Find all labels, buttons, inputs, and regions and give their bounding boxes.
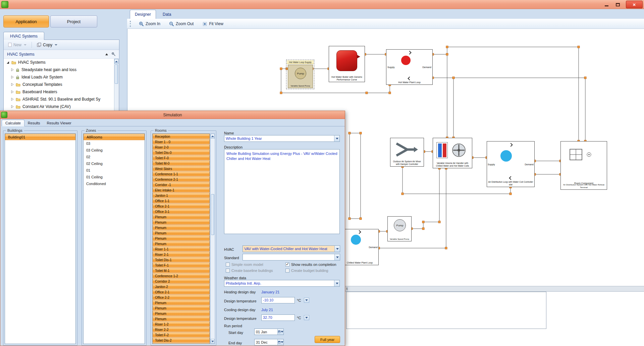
tree-item[interactable]: Conceptual Templates [4, 81, 114, 88]
list-item[interactable]: 01 [84, 167, 145, 174]
window-titlebar[interactable]: × [0, 0, 644, 9]
simple-room-model-checkbox[interactable]: Simple room model [226, 263, 263, 267]
list-item[interactable]: Office 3-1 [153, 209, 210, 214]
list-item[interactable]: Plenum [153, 241, 210, 246]
copy-button[interactable]: Copy [35, 42, 59, 48]
new-dropdown-icon[interactable] [24, 44, 26, 46]
maximize-button[interactable] [613, 2, 623, 7]
description-field[interactable]: Whole Building Simulation using Energy P… [224, 149, 340, 234]
list-item[interactable]: Riser 2-0 [153, 145, 210, 150]
full-year-button[interactable]: Full year [315, 336, 340, 343]
list-item[interactable]: Riser 2-2 [153, 327, 210, 332]
component-supply-pump[interactable]: Hot Water Loop Supply Pump Pump Variable… [286, 60, 314, 89]
chevron-down-icon[interactable] [334, 135, 339, 141]
list-item[interactable]: Office 2-1 [153, 289, 210, 294]
list-item[interactable]: Conditioned [84, 181, 145, 187]
fit-view-button[interactable]: Fit View [201, 20, 224, 27]
tab-results[interactable]: Results [24, 120, 44, 126]
pin-icon[interactable] [111, 52, 116, 56]
list-item[interactable]: Conference 1-1 [153, 171, 210, 176]
zones-list[interactable]: AllRooms0303 Ceiling0202 Ceiling0101 Cei… [83, 133, 145, 344]
list-item[interactable]: Janitor-2 [153, 284, 210, 289]
list-item[interactable]: 02 [84, 154, 145, 160]
temp-unit-dropdown[interactable] [304, 298, 309, 303]
list-item[interactable]: Conference 1-2 [153, 273, 210, 278]
component-outdoor-air-system[interactable]: Outdoor Air System Air Mixer with Damper… [390, 138, 424, 167]
list-item[interactable]: Janitor-1 [153, 193, 210, 198]
calendar-dropdown-icon[interactable] [277, 329, 283, 335]
start-day-picker[interactable]: 01 Jan [254, 329, 284, 335]
list-item[interactable]: 02 Ceiling [84, 161, 145, 167]
new-button[interactable]: New [6, 42, 28, 48]
tree-item-root[interactable]: HVAC Systems [4, 59, 114, 66]
show-results-checkbox[interactable]: Show results on completion [285, 263, 336, 267]
component-chilled-water-loop[interactable]: Demand Chilled Water Plant Loop [341, 229, 379, 265]
component-boiler[interactable]: Hot Water Boiler with Generic Performanc… [329, 46, 365, 82]
list-item[interactable]: Toilet F-1 [153, 263, 210, 268]
standard-combo[interactable] [243, 254, 340, 261]
list-item[interactable]: 03 Ceiling [84, 147, 145, 154]
buildings-list[interactable]: Building01 [5, 133, 76, 344]
section-header[interactable]: HVAC Systems [4, 50, 119, 59]
dialog-titlebar[interactable]: Simulation [0, 111, 345, 119]
list-item[interactable]: Riser 1 - 0 [153, 139, 210, 144]
list-item[interactable]: Riser 1-1 [153, 246, 210, 251]
expander-icon[interactable] [11, 68, 14, 71]
list-item[interactable]: Corridor 2 [153, 279, 210, 284]
list-item[interactable]: Toilet Dis-0 [153, 150, 210, 155]
hvac-combo[interactable]: VAV with Water-Cooled Chiller and Hot Wa… [243, 245, 340, 252]
chevron-down-icon[interactable] [334, 280, 339, 286]
list-item[interactable]: Conference 2-1 [153, 177, 210, 182]
list-item[interactable]: Toilet F-0 [153, 155, 210, 160]
copy-dropdown-icon[interactable] [55, 44, 57, 46]
collapse-icon[interactable] [105, 53, 108, 55]
chevron-down-icon[interactable] [334, 246, 340, 252]
component-air-distribution-loop[interactable]: Supply Demand Air Distribution Loop with… [487, 141, 535, 187]
toolbar-grip[interactable] [130, 21, 131, 27]
weather-combo[interactable]: Philadelphia Intl. Airp. [224, 280, 340, 287]
tree-item[interactable]: Ideal Loads Air System [4, 73, 114, 81]
list-item[interactable]: Riser 2-1 [153, 252, 210, 257]
list-item[interactable]: Toilet M-0 [153, 161, 210, 166]
expander-open-icon[interactable] [6, 61, 9, 64]
list-item[interactable]: Plenum [153, 214, 210, 219]
close-button[interactable]: × [626, 1, 643, 8]
docked-panel-header[interactable]: t [345, 286, 644, 292]
end-day-picker[interactable]: 31 Dec [254, 339, 284, 345]
component-chw-pump[interactable]: Pump Variable Speed Pump [387, 216, 412, 241]
list-item[interactable]: Plenum [153, 236, 210, 241]
heating-temp-input[interactable]: -10.10 [261, 297, 295, 303]
tab-hvac-systems[interactable]: HVAC Systems [3, 32, 44, 40]
expander-icon[interactable] [11, 90, 14, 94]
tree-item[interactable]: Steadystate heat gain and loss [4, 66, 114, 73]
scroll-up-icon[interactable] [114, 59, 118, 64]
list-item[interactable]: Toilet F-2 [153, 332, 210, 337]
list-item[interactable]: Plenum [153, 230, 210, 235]
create-budget-checkbox[interactable]: Create budget building [285, 269, 328, 273]
list-item[interactable]: West Stairs [153, 166, 210, 171]
tab-calculate[interactable]: Calculate [2, 120, 24, 126]
list-item[interactable]: Plenum [153, 225, 210, 230]
list-item[interactable]: Plenum [153, 316, 210, 321]
tab-project[interactable]: Project [50, 15, 97, 27]
tab-designer[interactable]: Designer [130, 10, 156, 19]
list-item[interactable]: Office 2-1 [153, 204, 210, 209]
tab-application[interactable]: Application [3, 15, 49, 27]
component-air-handler[interactable]: Variable Volume Air Handler with Chilled… [433, 138, 472, 168]
list-item[interactable]: Plenum [153, 220, 210, 225]
scrollbar-thumb[interactable] [211, 194, 214, 235]
zoom-in-button[interactable]: Zoom In [138, 20, 162, 27]
list-item[interactable]: Building01 [5, 134, 75, 140]
zoom-out-button[interactable]: Zoom Out [168, 20, 195, 27]
scrollbar-thumb[interactable] [115, 64, 118, 84]
list-item[interactable]: Toilet Dis-1 [153, 257, 210, 262]
scroll-up-icon[interactable] [211, 134, 215, 138]
tree-item[interactable]: Baseboard Heaters [4, 88, 114, 96]
tab-data[interactable]: Data [158, 10, 176, 19]
cooling-temp-input[interactable]: 32.70 [261, 314, 295, 321]
list-item[interactable]: 03 [84, 140, 145, 147]
list-item[interactable]: Riser 1-2 [153, 322, 210, 327]
minimize-button[interactable] [602, 2, 611, 7]
list-item[interactable]: Office 2-2 [153, 295, 210, 300]
list-item[interactable]: AllRooms [84, 134, 145, 140]
